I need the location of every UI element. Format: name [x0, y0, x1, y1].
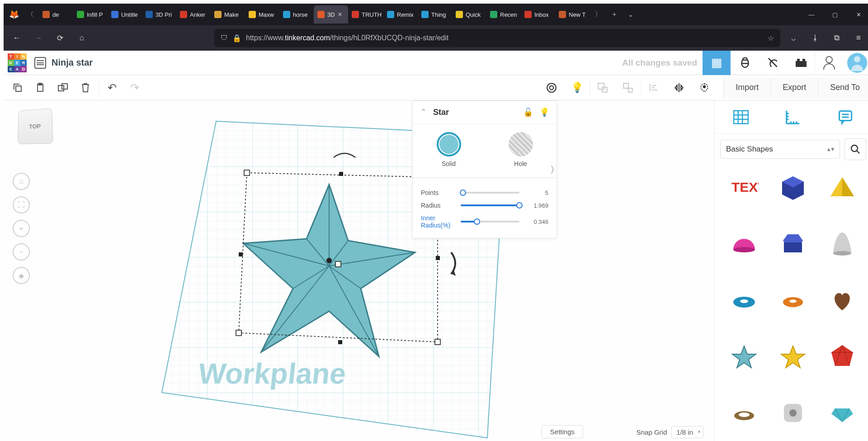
browser-tab[interactable]: Maxw [245, 5, 279, 24]
hole-option[interactable]: Hole [509, 132, 533, 167]
tinkercad-logo-icon[interactable]: TIN KER CAD [4, 51, 29, 75]
window-close[interactable]: ✕ [848, 5, 868, 24]
tab-list-dropdown[interactable]: ⌄ [623, 7, 638, 22]
browser-tab[interactable]: Remix [383, 5, 418, 24]
solid-option[interactable]: Solid [437, 132, 461, 167]
nav-home-button[interactable]: ⌂ [73, 29, 90, 47]
shape-torus-thin[interactable] [772, 279, 814, 322]
tab-label: Untitle [121, 11, 138, 18]
param-radius[interactable]: Radius 1.969 [413, 199, 557, 212]
shape-gem[interactable] [821, 391, 863, 435]
browser-tab[interactable]: de [39, 5, 73, 24]
shape-half-sphere[interactable] [723, 223, 765, 266]
zoom-in-button[interactable]: ＋ [13, 220, 30, 237]
app-menu-icon[interactable]: ≡ [850, 29, 867, 47]
bookmark-star-icon[interactable]: ☆ [768, 34, 774, 43]
shape-paraboloid[interactable] [821, 223, 863, 266]
zoom-out-button[interactable]: － [13, 243, 30, 261]
ungroup-icon[interactable] [615, 75, 641, 100]
param-inner-radius[interactable]: Inner Radius(%) 0.346 [413, 212, 557, 238]
home-view-button[interactable]: ⌂ [13, 173, 30, 190]
invite-user-icon[interactable] [815, 51, 843, 75]
browser-tab[interactable]: Thing [418, 5, 452, 24]
design-name[interactable]: Ninja star [52, 57, 93, 68]
shape-cube[interactable] [772, 166, 814, 210]
browser-tab[interactable]: Inbox [521, 5, 555, 24]
blocks-mode-icon[interactable] [731, 51, 759, 75]
address-bar[interactable]: 🛡 🔒 https://www.tinkercad.com/things/hL0… [214, 29, 780, 47]
designs-list-icon[interactable] [34, 57, 46, 69]
group-icon[interactable] [590, 75, 615, 100]
ortho-view-button[interactable]: ◈ [13, 267, 30, 284]
browser-tab[interactable]: Anker [176, 5, 211, 24]
pickaxe-icon[interactable] [759, 51, 787, 75]
shape-ring[interactable] [723, 391, 765, 435]
browser-tab[interactable]: Untitle [108, 5, 142, 24]
delete-button[interactable] [74, 75, 97, 100]
shape-icosahedron[interactable] [821, 335, 863, 379]
window-minimize[interactable]: — [801, 5, 822, 24]
fit-view-button[interactable]: ⛶ [13, 196, 30, 213]
shape-star-blue[interactable] [723, 335, 765, 379]
inspector-collapse-toggle[interactable]: 〉 [550, 163, 559, 175]
shapes-search-button[interactable] [844, 138, 866, 160]
shapes-category-select[interactable]: Basic Shapes▲▼ [720, 140, 840, 159]
redo-button[interactable]: ↷ [123, 75, 146, 100]
browser-tab[interactable]: 3D Pri [142, 5, 176, 24]
param-points[interactable]: Points 5 [413, 186, 557, 199]
nav-forward-button[interactable]: → [30, 29, 47, 47]
unlock-icon[interactable]: 🔓 [523, 107, 533, 117]
shape-heart[interactable] [821, 279, 863, 322]
viewcube[interactable]: TOP [18, 108, 53, 144]
browser-tab[interactable]: Quick [452, 5, 486, 24]
nav-reload-button[interactable]: ⟳ [52, 29, 69, 47]
copy-button[interactable] [6, 75, 29, 100]
downloads-icon[interactable]: ⭳ [807, 29, 824, 47]
browser-tab[interactable]: Recen [486, 5, 521, 24]
collapse-caret-icon[interactable]: ⌃ [420, 107, 427, 117]
window-maximize[interactable]: ▢ [825, 5, 845, 24]
duplicate-button[interactable] [52, 75, 74, 100]
design-view-grid-icon[interactable]: ▦ [703, 51, 731, 75]
nav-back-button[interactable]: ← [8, 29, 25, 47]
new-tab-button[interactable]: ＋ [607, 7, 622, 22]
browser-tab[interactable]: Infill P [73, 5, 108, 24]
align-icon[interactable] [641, 75, 666, 100]
browser-tab[interactable]: New T [555, 5, 590, 24]
shape-hex-prism[interactable] [772, 223, 814, 266]
bulb-hint-icon[interactable]: 💡 [564, 75, 590, 100]
browser-tab[interactable]: 3D✕ [314, 5, 348, 24]
ruler-tool-icon[interactable] [783, 107, 803, 128]
canvas[interactable]: TOP ⌂ ⛶ ＋ － ◈ [4, 100, 714, 441]
tab-close-icon[interactable]: ✕ [338, 11, 342, 18]
tab-scroll-left[interactable]: 〈 [23, 7, 38, 22]
shape-pyramid[interactable] [821, 166, 863, 210]
browser-tab[interactable]: TRUTH [348, 5, 383, 24]
pocket-icon[interactable]: ⌵ [785, 29, 802, 47]
extensions-icon[interactable]: ⧉ [828, 29, 845, 47]
undo-button[interactable]: ↶ [101, 75, 123, 100]
workplane-tool-icon[interactable] [731, 107, 751, 128]
browser-tab[interactable]: horse [279, 5, 314, 24]
tab-scroll-right[interactable]: 〉 [590, 7, 606, 22]
shape-text[interactable]: TEXT [723, 166, 765, 210]
shape-die[interactable] [772, 391, 814, 435]
send-to-button[interactable]: Send To [818, 78, 868, 98]
shape-torus[interactable] [723, 279, 765, 322]
browser-tab[interactable]: Make [211, 5, 245, 24]
user-avatar[interactable] [847, 53, 867, 73]
settings-button[interactable]: Settings [542, 425, 583, 438]
visibility-icon[interactable] [539, 75, 564, 100]
snap-grid-select[interactable]: 1/8 in [671, 426, 703, 438]
import-button[interactable]: Import [723, 78, 770, 98]
export-button[interactable]: Export [770, 78, 818, 98]
lightbulb-icon[interactable]: 💡 [539, 107, 549, 117]
lego-brick-icon[interactable] [787, 51, 815, 75]
mirror-icon[interactable] [666, 75, 692, 100]
shape-star-yellow[interactable] [772, 335, 814, 379]
cruise-icon[interactable] [692, 75, 717, 100]
paste-button[interactable] [29, 75, 52, 100]
solid-color-swatch[interactable] [437, 132, 461, 156]
svg-rect-10 [598, 83, 604, 89]
notes-tool-icon[interactable] [835, 107, 856, 128]
